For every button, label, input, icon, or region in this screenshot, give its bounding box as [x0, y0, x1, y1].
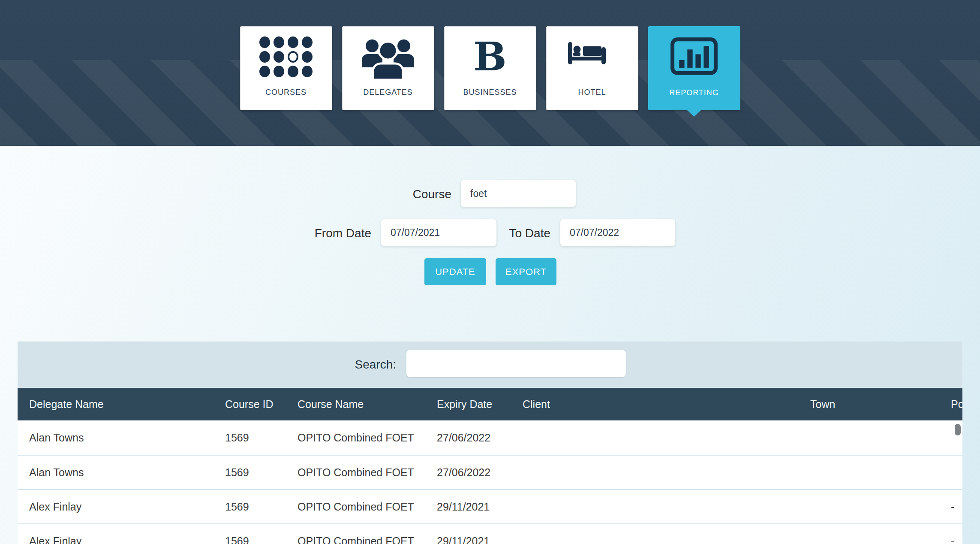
nav-card-label: HOTEL [547, 88, 638, 97]
nav-card-label: REPORTING [648, 88, 740, 97]
course-input[interactable] [460, 180, 576, 207]
to-date-input[interactable] [560, 219, 676, 246]
column-header-po[interactable]: Po [951, 398, 962, 411]
update-button[interactable]: UPDATE [424, 258, 486, 285]
table-cell-delegate-name: Alex Finlay [29, 501, 81, 513]
nav-card-businesses[interactable]: B BUSINESSES [444, 26, 536, 110]
table-cell-po: - [951, 501, 954, 513]
table-cell-course-name: OPITO Combined FOET [298, 466, 414, 479]
table-row: Alan Towns1569OPITO Combined FOET27/06/2… [18, 455, 962, 489]
table-search-bar: Search: [18, 342, 962, 388]
table-cell-po: - [951, 535, 954, 544]
table-cell-expiry-date: 27/06/2022 [437, 466, 490, 479]
bed-icon [547, 27, 638, 87]
column-header-course-id[interactable]: Course ID [225, 398, 274, 411]
course-label: Course [413, 187, 451, 201]
column-header-town[interactable]: Town [810, 398, 835, 411]
nav-cards: COURSES DELEGATES B BUSINESSES [0, 26, 980, 110]
table-cell-course-id: 1569 [225, 466, 249, 479]
table-cell-course-id: 1569 [225, 535, 249, 544]
table-cell-expiry-date: 27/06/2022 [437, 432, 490, 444]
users-icon [343, 27, 434, 87]
nav-card-courses[interactable]: COURSES [240, 26, 332, 110]
letter-b-icon: B [445, 27, 536, 87]
search-input[interactable] [406, 350, 626, 377]
column-header-expiry-date[interactable]: Expiry Date [437, 398, 492, 411]
export-button[interactable]: EXPORT [496, 258, 556, 285]
table-cell-course-name: OPITO Combined FOET [298, 501, 414, 513]
results-table-panel: Search: Delegate Name Course ID Course N… [18, 342, 962, 544]
table-cell-delegate-name: Alex Finlay [29, 535, 81, 544]
nav-card-hotel[interactable]: HOTEL [546, 26, 638, 110]
to-date-label: To Date [509, 227, 551, 240]
table-cell-expiry-date: 29/11/2021 [437, 535, 490, 544]
bar-chart-icon [648, 26, 740, 86]
from-date-label: From Date [315, 227, 371, 240]
table-row: Alan Towns1569OPITO Combined FOET27/06/2… [18, 420, 962, 455]
table-cell-course-id: 1569 [225, 432, 249, 444]
dots-grid-icon [240, 27, 332, 87]
column-header-delegate-name[interactable]: Delegate Name [29, 398, 104, 411]
table-row: Alex Finlay1569OPITO Combined FOET29/11/… [18, 523, 962, 544]
nav-card-label: BUSINESSES [445, 88, 536, 97]
table-cell-course-name: OPITO Combined FOET [298, 535, 414, 544]
table-body: Alan Towns1569OPITO Combined FOET27/06/2… [18, 420, 962, 544]
table-cell-expiry-date: 29/11/2021 [437, 501, 490, 513]
table-cell-course-name: OPITO Combined FOET [298, 432, 414, 444]
from-date-input[interactable] [381, 219, 497, 246]
nav-card-reporting[interactable]: REPORTING [648, 26, 740, 110]
table-row: Alex Finlay1569OPITO Combined FOET29/11/… [18, 489, 962, 523]
column-header-course-name[interactable]: Course Name [298, 398, 364, 411]
vertical-scrollbar-thumb[interactable] [955, 424, 961, 435]
nav-card-label: COURSES [240, 88, 332, 97]
column-header-client[interactable]: Client [523, 398, 550, 411]
table-cell-delegate-name: Alan Towns [29, 466, 84, 479]
nav-card-delegates[interactable]: DELEGATES [342, 26, 434, 110]
table-cell-delegate-name: Alan Towns [29, 432, 84, 444]
table-header-row: Delegate Name Course ID Course Name Expi… [18, 388, 962, 420]
nav-card-label: DELEGATES [343, 88, 434, 97]
search-label: Search: [355, 358, 397, 372]
table-cell-course-id: 1569 [225, 501, 249, 513]
